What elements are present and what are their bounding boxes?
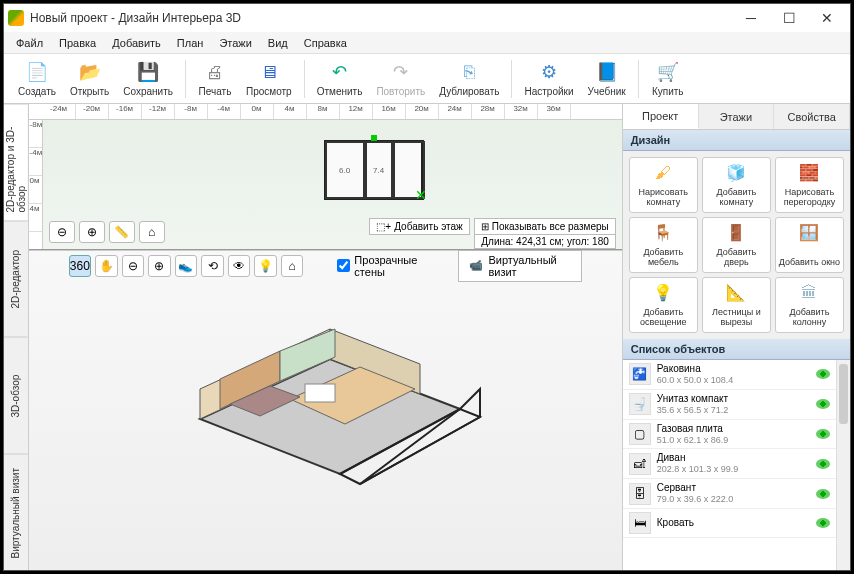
redo-button[interactable]: ↷Повторить bbox=[370, 58, 431, 99]
tutorial-icon: 📘 bbox=[595, 60, 619, 84]
design-Добавить-освещение[interactable]: 💡Добавить освещение bbox=[629, 277, 698, 333]
design-icon: 🧊 bbox=[725, 162, 747, 184]
rtab-Этажи[interactable]: Этажи bbox=[699, 104, 775, 129]
view-icon: 🖥 bbox=[257, 60, 281, 84]
add-floor-button[interactable]: ⬚+Добавить этаж bbox=[369, 218, 469, 235]
create-icon: 📄 bbox=[25, 60, 49, 84]
scrollbar-thumb[interactable] bbox=[839, 364, 848, 424]
design-Добавить-колонну[interactable]: 🏛Добавить колонну bbox=[775, 277, 844, 333]
menu-Файл[interactable]: Файл bbox=[8, 35, 51, 51]
view-3d[interactable]: 360 ✋ ⊖ ⊕ 👟 ⟲ 👁 💡 ⌂ Прозрачные стены 📹Ви… bbox=[29, 250, 622, 570]
visibility-icon[interactable] bbox=[816, 459, 830, 469]
tutorial-button[interactable]: 📘Учебник bbox=[582, 58, 632, 99]
save-button[interactable]: 💾Сохранить bbox=[117, 58, 179, 99]
object-Диван[interactable]: 🛋Диван202.8 x 101.3 x 99.9 bbox=[623, 449, 836, 479]
room-2[interactable]: 7.4 bbox=[365, 141, 393, 199]
object-Кровать[interactable]: 🛏Кровать bbox=[623, 509, 836, 538]
right-panel: ПроектЭтажиСвойства Дизайн 🖌Нарисовать к… bbox=[622, 104, 850, 570]
dup-button[interactable]: ⎘Дублировать bbox=[433, 58, 505, 99]
show-dims-button[interactable]: ⊞Показывать все размеры bbox=[474, 218, 616, 235]
design-icon: 🪟 bbox=[798, 222, 820, 244]
object-Унитаз компакт[interactable]: 🚽Унитаз компакт35.6 x 56.5 x 71.2 bbox=[623, 390, 836, 420]
rtab-Свойства[interactable]: Свойства bbox=[774, 104, 850, 129]
maximize-button[interactable]: ☐ bbox=[770, 4, 808, 32]
home-3d-button[interactable]: ⌂ bbox=[281, 255, 304, 277]
design-icon: 🖌 bbox=[652, 162, 674, 184]
design-Лестницы-и-вырезы[interactable]: 📐Лестницы и вырезы bbox=[702, 277, 771, 333]
menu-Добавить[interactable]: Добавить bbox=[104, 35, 169, 51]
vtab-0[interactable]: 2D-редактор и 3D-обзор bbox=[4, 104, 28, 221]
undo-button[interactable]: ↶Отменить bbox=[311, 58, 369, 99]
bottom-toolbar-3d: 360 ✋ ⊖ ⊕ 👟 ⟲ 👁 💡 ⌂ Прозрачные стены 📹Ви… bbox=[29, 250, 622, 280]
room-1[interactable]: 6.0 bbox=[325, 141, 365, 199]
design-Нарисовать-перегородку[interactable]: 🧱Нарисовать перегородку bbox=[775, 157, 844, 213]
rotate-button[interactable]: ⟲ bbox=[201, 255, 224, 277]
view-button[interactable]: 🖥Просмотр bbox=[240, 58, 298, 99]
design-icon: 🧱 bbox=[798, 162, 820, 184]
print-icon: 🖨 bbox=[203, 60, 227, 84]
object-icon: 🚽 bbox=[629, 393, 651, 415]
handle-icon[interactable] bbox=[371, 135, 377, 141]
design-Добавить-дверь[interactable]: 🚪Добавить дверь bbox=[702, 217, 771, 273]
home-button[interactable]: ⌂ bbox=[139, 221, 165, 243]
scrollbar[interactable] bbox=[836, 360, 850, 570]
visibility-icon[interactable] bbox=[816, 399, 830, 409]
design-icon: 💡 bbox=[652, 282, 674, 304]
object-Сервант[interactable]: 🗄Сервант79.0 x 39.6 x 222.0 bbox=[623, 479, 836, 509]
open-button[interactable]: 📂Открыть bbox=[64, 58, 115, 99]
design-grid: 🖌Нарисовать комнату🧊Добавить комнату🧱Нар… bbox=[623, 151, 850, 339]
vertical-tabs: 2D-редактор и 3D-обзор2D-редактор3D-обзо… bbox=[4, 104, 29, 570]
design-Добавить-окно[interactable]: 🪟Добавить окно bbox=[775, 217, 844, 273]
object-icon: 🛏 bbox=[629, 512, 651, 534]
virtual-visit-button[interactable]: 📹Виртуальный визит bbox=[458, 250, 581, 282]
object-icon: ▢ bbox=[629, 423, 651, 445]
measure-button[interactable]: 📏 bbox=[109, 221, 135, 243]
settings-button[interactable]: ⚙Настройки bbox=[518, 58, 579, 99]
visibility-icon[interactable] bbox=[816, 429, 830, 439]
rtab-Проект[interactable]: Проект bbox=[623, 104, 699, 129]
design-Нарисовать-комнату[interactable]: 🖌Нарисовать комнату bbox=[629, 157, 698, 213]
camera-button[interactable]: 👁 bbox=[228, 255, 251, 277]
menubar: ФайлПравкаДобавитьПланЭтажиВидСправка bbox=[4, 32, 850, 54]
zoom-in-button[interactable]: ⊕ bbox=[79, 221, 105, 243]
app-logo-icon bbox=[8, 10, 24, 26]
mini-tools-2d: ⊖ ⊕ 📏 ⌂ bbox=[49, 221, 165, 243]
design-Добавить-мебель[interactable]: 🪑Добавить мебель bbox=[629, 217, 698, 273]
design-Добавить-комнату[interactable]: 🧊Добавить комнату bbox=[702, 157, 771, 213]
object-Газовая плита[interactable]: ▢Газовая плита51.0 x 62.1 x 86.9 bbox=[623, 420, 836, 450]
vtab-2[interactable]: 3D-обзор bbox=[4, 337, 28, 454]
object-Раковина[interactable]: 🚰Раковина60.0 x 50.0 x 108.4 bbox=[623, 360, 836, 390]
menu-План[interactable]: План bbox=[169, 35, 212, 51]
visibility-icon[interactable] bbox=[816, 489, 830, 499]
dup-icon: ⎘ bbox=[457, 60, 481, 84]
model-3d[interactable] bbox=[160, 289, 490, 509]
zoom-out-button[interactable]: ⊖ bbox=[49, 221, 75, 243]
walk-button[interactable]: 👟 bbox=[175, 255, 198, 277]
light-button[interactable]: 💡 bbox=[254, 255, 277, 277]
design-icon: 🪑 bbox=[652, 222, 674, 244]
zoom-in-3d-button[interactable]: ⊕ bbox=[148, 255, 171, 277]
menu-Вид[interactable]: Вид bbox=[260, 35, 296, 51]
minimize-button[interactable]: ─ bbox=[732, 4, 770, 32]
vtab-3[interactable]: Виртуальный визит bbox=[4, 454, 28, 571]
add-floor-icon: ⬚+ bbox=[376, 221, 391, 232]
visibility-icon[interactable] bbox=[816, 369, 830, 379]
menu-Правка[interactable]: Правка bbox=[51, 35, 104, 51]
visibility-icon[interactable] bbox=[816, 518, 830, 528]
object-icon: 🚰 bbox=[629, 363, 651, 385]
pan-button[interactable]: ✋ bbox=[95, 255, 118, 277]
transparent-walls-checkbox[interactable]: Прозрачные стены bbox=[337, 254, 434, 278]
menu-Справка[interactable]: Справка bbox=[296, 35, 355, 51]
undo-icon: ↶ bbox=[328, 60, 352, 84]
print-button[interactable]: 🖨Печать bbox=[192, 58, 238, 99]
floor-plan-2d[interactable]: 6.0 7.4 ✕ bbox=[324, 140, 424, 200]
orbit-button[interactable]: 360 bbox=[69, 255, 92, 277]
vtab-1[interactable]: 2D-редактор bbox=[4, 221, 28, 338]
menu-Этажи[interactable]: Этажи bbox=[211, 35, 259, 51]
create-button[interactable]: 📄Создать bbox=[12, 58, 62, 99]
close-button[interactable]: ✕ bbox=[808, 4, 846, 32]
view-2d[interactable]: -8м-4м0м4м 6.0 7.4 ✕ ⊖ ⊕ 📏 ⌂ ⬚+Добавить bbox=[29, 120, 622, 250]
buy-button[interactable]: 🛒Купить bbox=[645, 58, 691, 99]
zoom-out-3d-button[interactable]: ⊖ bbox=[122, 255, 145, 277]
redo-icon: ↷ bbox=[389, 60, 413, 84]
